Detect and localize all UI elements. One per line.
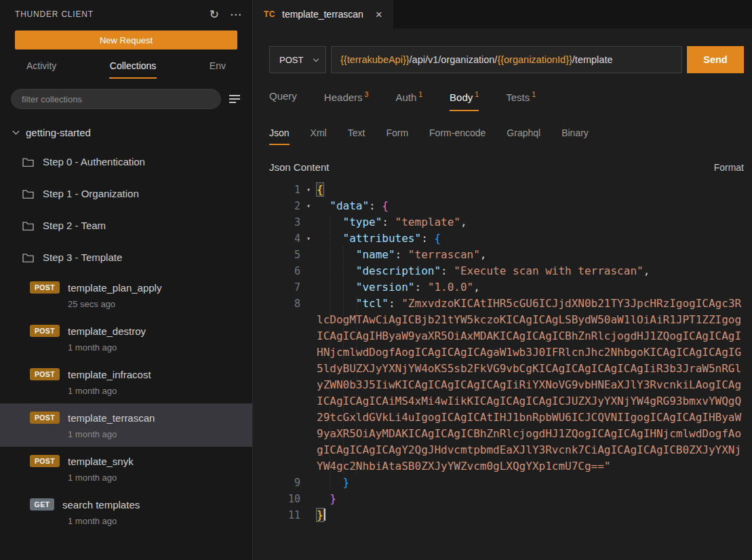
format-button[interactable]: Format — [714, 162, 744, 173]
request-timestamp: 25 secs ago — [68, 299, 252, 309]
tab-body[interactable]: Body1 — [450, 90, 479, 111]
line-number: 3 — [269, 214, 300, 231]
close-icon[interactable]: × — [376, 9, 382, 20]
tab-activity[interactable]: Activity — [26, 59, 57, 79]
tab-headers[interactable]: Headers3 — [324, 90, 369, 111]
sidebar: THUNDER CLIENT ↻ ⋯ New Request Activity … — [0, 0, 253, 560]
url-variable: {{organizationId}} — [497, 54, 572, 65]
line-number: 7 — [269, 279, 300, 296]
send-button[interactable]: Send — [687, 46, 744, 73]
folder-icon — [22, 157, 34, 167]
editor-line: 11 } — [269, 507, 744, 523]
chevron-down-icon — [313, 56, 319, 61]
request-timestamp: 1 month ago — [68, 516, 252, 526]
folder-step0[interactable]: Step 0 - Authentication — [0, 146, 252, 178]
method-badge: POST — [30, 368, 60, 380]
fold-icon[interactable]: ▾ — [300, 182, 317, 198]
method-value: POST — [279, 55, 303, 65]
sidebar-tabs: Activity Collections Env — [0, 49, 252, 79]
editor-line: 8 "tcl": "ZmxvdzoKICAtIHR5cGU6ICJjdXN0b2… — [269, 296, 744, 475]
method-select[interactable]: POST — [269, 46, 326, 73]
tab-binary[interactable]: Binary — [561, 127, 589, 145]
tab-form[interactable]: Form — [386, 127, 408, 145]
request-template-snyk[interactable]: POSTtemplate_snyk 1 month ago — [0, 447, 252, 490]
request-timestamp: 1 month ago — [68, 429, 252, 439]
collection-getting-started[interactable]: getting-started — [0, 119, 252, 146]
editor-line: 2 ▾ "data": { — [269, 198, 744, 214]
line-number: 9 — [269, 475, 300, 491]
tab-text[interactable]: Text — [348, 127, 365, 145]
editor-line: 1 ▾ { — [269, 182, 744, 198]
main-panel: TC template_terrascan × POST {{terrakube… — [253, 0, 752, 560]
json-editor[interactable]: 1 ▾ { 2 ▾ "data": { 3 "type": "template"… — [269, 182, 744, 560]
tab-form-encode[interactable]: Form-encode — [429, 127, 486, 145]
collection-label: getting-started — [26, 127, 91, 138]
url-input[interactable]: {{terrakubeApi}}/api/v1/organization/{{o… — [331, 46, 682, 73]
folder-step3[interactable]: Step 3 - Template — [0, 241, 252, 273]
request-template-destroy[interactable]: POSTtemplate_destroy 1 month ago — [0, 317, 252, 360]
collections-menu-icon[interactable] — [229, 93, 241, 105]
request-template-plan-apply[interactable]: POSTtemplate_plan_apply 25 secs ago — [0, 273, 252, 317]
tab-graphql[interactable]: Graphql — [507, 127, 540, 145]
json-content-label: Json Content — [269, 161, 329, 173]
editor-line: 10 } — [269, 491, 744, 507]
editor-line: 6 "description": "Execute scan with terr… — [269, 263, 744, 279]
tab-template-terrascan[interactable]: TC template_terrascan × — [253, 0, 393, 28]
more-actions-icon[interactable]: ⋯ — [230, 9, 241, 20]
text-cursor — [324, 508, 325, 521]
request-template-infracost[interactable]: POSTtemplate_infracost 1 month ago — [0, 360, 252, 403]
editor-line: 5 "name": "terrascan", — [269, 247, 744, 263]
line-number: 8 — [269, 296, 300, 312]
request-name: search templates — [62, 499, 140, 511]
filter-collections-input[interactable] — [11, 89, 221, 109]
editor-tabbar: TC template_terrascan × — [253, 0, 752, 28]
tab-xml[interactable]: Xml — [311, 127, 327, 145]
editor-line: 3 "type": "template", — [269, 214, 744, 231]
folder-icon — [22, 221, 34, 231]
folder-label: Step 1 - Organization — [43, 188, 139, 199]
tab-query[interactable]: Query — [269, 90, 297, 111]
folder-step2[interactable]: Step 2 - Team — [0, 209, 252, 241]
method-badge: GET — [30, 498, 54, 511]
request-timestamp: 1 month ago — [68, 386, 252, 396]
request-name: template_terrascan — [68, 412, 155, 424]
request-bar: POST {{terrakubeApi}}/api/v1/organizatio… — [269, 46, 744, 73]
request-name: template_infracost — [68, 369, 151, 380]
thunder-client-tab-icon: TC — [264, 9, 275, 19]
new-request-button[interactable]: New Request — [15, 31, 237, 49]
sidebar-header: THUNDER CLIENT ↻ ⋯ — [0, 0, 252, 28]
url-variable: {{terrakubeApi}} — [340, 54, 410, 65]
tab-tests[interactable]: Tests1 — [506, 90, 536, 111]
request-template-terrascan[interactable]: POSTtemplate_terrascan 1 month ago — [0, 403, 252, 447]
chevron-down-icon — [13, 127, 20, 134]
tab-title: template_terrascan — [282, 9, 363, 20]
tab-collections[interactable]: Collections — [109, 59, 157, 79]
tab-auth[interactable]: Auth1 — [395, 90, 422, 111]
folder-label: Step 2 - Team — [43, 220, 106, 231]
auth-count-badge: 1 — [418, 90, 422, 98]
folder-label: Step 3 - Template — [43, 252, 122, 263]
thunder-client-app: THUNDER CLIENT ↻ ⋯ New Request Activity … — [0, 0, 752, 560]
url-path: /api/v1/organization/ — [410, 54, 498, 65]
method-badge: POST — [30, 455, 60, 467]
refresh-icon[interactable]: ↻ — [210, 9, 219, 20]
line-number: 4 — [269, 231, 300, 247]
tcl-base64-value: "ZmxvdzoKICAtIHR5cGU6ICJjdXN0b21TY3JpcHR… — [317, 297, 741, 473]
line-number: 2 — [269, 198, 300, 214]
request-content: POST {{terrakubeApi}}/api/v1/organizatio… — [253, 28, 752, 560]
folder-icon — [22, 189, 34, 199]
method-badge: POST — [30, 325, 60, 337]
tab-json[interactable]: Json — [269, 127, 290, 145]
folder-step1[interactable]: Step 1 - Organization — [0, 178, 252, 209]
folder-label: Step 0 - Authentication — [43, 156, 145, 167]
line-number: 10 — [269, 491, 300, 507]
request-search-templates[interactable]: GETsearch templates 1 month ago — [0, 490, 252, 534]
line-number: 6 — [269, 263, 300, 279]
body-count-badge: 1 — [475, 90, 479, 98]
fold-icon[interactable]: ▾ — [300, 198, 317, 214]
tab-env[interactable]: Env — [209, 59, 226, 79]
editor-line: 4 ▾ "attributes": { — [269, 231, 744, 247]
fold-icon[interactable]: ▾ — [300, 231, 317, 247]
request-name: template_destroy — [68, 325, 146, 337]
collections-tree: getting-started Step 0 - Authentication … — [0, 119, 252, 560]
